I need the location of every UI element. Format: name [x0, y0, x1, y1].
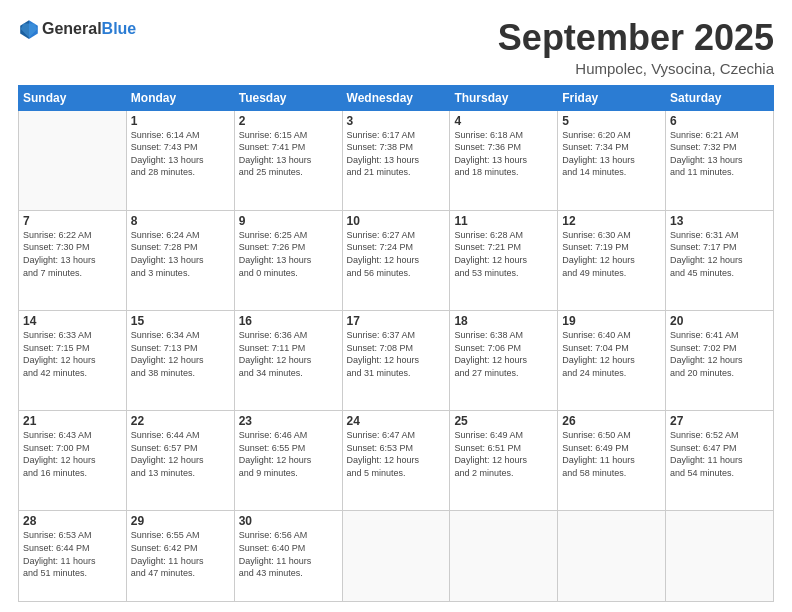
- calendar-week-row: 28Sunrise: 6:53 AM Sunset: 6:44 PM Dayli…: [19, 511, 774, 602]
- calendar-cell: 24Sunrise: 6:47 AM Sunset: 6:53 PM Dayli…: [342, 411, 450, 511]
- calendar-header-row: Sunday Monday Tuesday Wednesday Thursday…: [19, 85, 774, 110]
- day-number: 19: [562, 314, 661, 328]
- location-subtitle: Humpolec, Vysocina, Czechia: [498, 60, 774, 77]
- calendar-week-row: 1Sunrise: 6:14 AM Sunset: 7:43 PM Daylig…: [19, 110, 774, 210]
- day-number: 3: [347, 114, 446, 128]
- calendar-week-row: 14Sunrise: 6:33 AM Sunset: 7:15 PM Dayli…: [19, 310, 774, 410]
- day-number: 1: [131, 114, 230, 128]
- day-number: 14: [23, 314, 122, 328]
- day-info: Sunrise: 6:50 AM Sunset: 6:49 PM Dayligh…: [562, 429, 661, 479]
- calendar-cell: 30Sunrise: 6:56 AM Sunset: 6:40 PM Dayli…: [234, 511, 342, 602]
- title-block: September 2025 Humpolec, Vysocina, Czech…: [498, 18, 774, 77]
- day-number: 16: [239, 314, 338, 328]
- day-number: 13: [670, 214, 769, 228]
- day-info: Sunrise: 6:25 AM Sunset: 7:26 PM Dayligh…: [239, 229, 338, 279]
- day-number: 24: [347, 414, 446, 428]
- day-number: 10: [347, 214, 446, 228]
- col-thursday: Thursday: [450, 85, 558, 110]
- day-info: Sunrise: 6:34 AM Sunset: 7:13 PM Dayligh…: [131, 329, 230, 379]
- day-info: Sunrise: 6:36 AM Sunset: 7:11 PM Dayligh…: [239, 329, 338, 379]
- day-number: 27: [670, 414, 769, 428]
- day-number: 12: [562, 214, 661, 228]
- day-info: Sunrise: 6:24 AM Sunset: 7:28 PM Dayligh…: [131, 229, 230, 279]
- day-number: 2: [239, 114, 338, 128]
- calendar-cell: 29Sunrise: 6:55 AM Sunset: 6:42 PM Dayli…: [126, 511, 234, 602]
- day-info: Sunrise: 6:41 AM Sunset: 7:02 PM Dayligh…: [670, 329, 769, 379]
- day-info: Sunrise: 6:17 AM Sunset: 7:38 PM Dayligh…: [347, 129, 446, 179]
- calendar-cell: 21Sunrise: 6:43 AM Sunset: 7:00 PM Dayli…: [19, 411, 127, 511]
- day-info: Sunrise: 6:49 AM Sunset: 6:51 PM Dayligh…: [454, 429, 553, 479]
- day-info: Sunrise: 6:27 AM Sunset: 7:24 PM Dayligh…: [347, 229, 446, 279]
- calendar-cell: 20Sunrise: 6:41 AM Sunset: 7:02 PM Dayli…: [666, 310, 774, 410]
- calendar-cell: 5Sunrise: 6:20 AM Sunset: 7:34 PM Daylig…: [558, 110, 666, 210]
- calendar-cell: 2Sunrise: 6:15 AM Sunset: 7:41 PM Daylig…: [234, 110, 342, 210]
- day-number: 28: [23, 514, 122, 528]
- day-number: 8: [131, 214, 230, 228]
- calendar-cell: [19, 110, 127, 210]
- day-info: Sunrise: 6:33 AM Sunset: 7:15 PM Dayligh…: [23, 329, 122, 379]
- calendar-cell: 15Sunrise: 6:34 AM Sunset: 7:13 PM Dayli…: [126, 310, 234, 410]
- col-sunday: Sunday: [19, 85, 127, 110]
- day-info: Sunrise: 6:21 AM Sunset: 7:32 PM Dayligh…: [670, 129, 769, 179]
- day-info: Sunrise: 6:56 AM Sunset: 6:40 PM Dayligh…: [239, 529, 338, 579]
- calendar-cell: 25Sunrise: 6:49 AM Sunset: 6:51 PM Dayli…: [450, 411, 558, 511]
- calendar-cell: 14Sunrise: 6:33 AM Sunset: 7:15 PM Dayli…: [19, 310, 127, 410]
- calendar-table: Sunday Monday Tuesday Wednesday Thursday…: [18, 85, 774, 602]
- svg-marker-2: [21, 24, 38, 38]
- logo: GeneralBlue: [18, 18, 136, 40]
- day-number: 26: [562, 414, 661, 428]
- calendar-cell: 1Sunrise: 6:14 AM Sunset: 7:43 PM Daylig…: [126, 110, 234, 210]
- day-info: Sunrise: 6:44 AM Sunset: 6:57 PM Dayligh…: [131, 429, 230, 479]
- day-info: Sunrise: 6:47 AM Sunset: 6:53 PM Dayligh…: [347, 429, 446, 479]
- day-info: Sunrise: 6:28 AM Sunset: 7:21 PM Dayligh…: [454, 229, 553, 279]
- header: GeneralBlue September 2025 Humpolec, Vys…: [18, 18, 774, 77]
- calendar-cell: 7Sunrise: 6:22 AM Sunset: 7:30 PM Daylig…: [19, 210, 127, 310]
- day-info: Sunrise: 6:15 AM Sunset: 7:41 PM Dayligh…: [239, 129, 338, 179]
- day-number: 22: [131, 414, 230, 428]
- day-number: 21: [23, 414, 122, 428]
- page: GeneralBlue September 2025 Humpolec, Vys…: [0, 0, 792, 612]
- calendar-cell: 19Sunrise: 6:40 AM Sunset: 7:04 PM Dayli…: [558, 310, 666, 410]
- day-info: Sunrise: 6:46 AM Sunset: 6:55 PM Dayligh…: [239, 429, 338, 479]
- day-number: 11: [454, 214, 553, 228]
- logo-text: GeneralBlue: [42, 20, 136, 38]
- day-number: 6: [670, 114, 769, 128]
- day-info: Sunrise: 6:43 AM Sunset: 7:00 PM Dayligh…: [23, 429, 122, 479]
- day-number: 5: [562, 114, 661, 128]
- day-number: 29: [131, 514, 230, 528]
- calendar-week-row: 7Sunrise: 6:22 AM Sunset: 7:30 PM Daylig…: [19, 210, 774, 310]
- day-info: Sunrise: 6:55 AM Sunset: 6:42 PM Dayligh…: [131, 529, 230, 579]
- calendar-cell: [450, 511, 558, 602]
- day-number: 9: [239, 214, 338, 228]
- calendar-cell: 13Sunrise: 6:31 AM Sunset: 7:17 PM Dayli…: [666, 210, 774, 310]
- day-number: 25: [454, 414, 553, 428]
- day-number: 7: [23, 214, 122, 228]
- day-info: Sunrise: 6:30 AM Sunset: 7:19 PM Dayligh…: [562, 229, 661, 279]
- calendar-cell: 16Sunrise: 6:36 AM Sunset: 7:11 PM Dayli…: [234, 310, 342, 410]
- day-number: 4: [454, 114, 553, 128]
- col-monday: Monday: [126, 85, 234, 110]
- calendar-cell: 12Sunrise: 6:30 AM Sunset: 7:19 PM Dayli…: [558, 210, 666, 310]
- day-info: Sunrise: 6:52 AM Sunset: 6:47 PM Dayligh…: [670, 429, 769, 479]
- col-saturday: Saturday: [666, 85, 774, 110]
- calendar-cell: [342, 511, 450, 602]
- calendar-cell: 4Sunrise: 6:18 AM Sunset: 7:36 PM Daylig…: [450, 110, 558, 210]
- col-friday: Friday: [558, 85, 666, 110]
- calendar-cell: 17Sunrise: 6:37 AM Sunset: 7:08 PM Dayli…: [342, 310, 450, 410]
- day-info: Sunrise: 6:20 AM Sunset: 7:34 PM Dayligh…: [562, 129, 661, 179]
- calendar-cell: 23Sunrise: 6:46 AM Sunset: 6:55 PM Dayli…: [234, 411, 342, 511]
- calendar-cell: 9Sunrise: 6:25 AM Sunset: 7:26 PM Daylig…: [234, 210, 342, 310]
- calendar-cell: 6Sunrise: 6:21 AM Sunset: 7:32 PM Daylig…: [666, 110, 774, 210]
- calendar-cell: [666, 511, 774, 602]
- calendar-cell: 22Sunrise: 6:44 AM Sunset: 6:57 PM Dayli…: [126, 411, 234, 511]
- calendar-cell: 3Sunrise: 6:17 AM Sunset: 7:38 PM Daylig…: [342, 110, 450, 210]
- col-wednesday: Wednesday: [342, 85, 450, 110]
- day-number: 30: [239, 514, 338, 528]
- day-info: Sunrise: 6:38 AM Sunset: 7:06 PM Dayligh…: [454, 329, 553, 379]
- month-title: September 2025: [498, 18, 774, 58]
- day-info: Sunrise: 6:40 AM Sunset: 7:04 PM Dayligh…: [562, 329, 661, 379]
- day-number: 23: [239, 414, 338, 428]
- calendar-cell: [558, 511, 666, 602]
- day-info: Sunrise: 6:37 AM Sunset: 7:08 PM Dayligh…: [347, 329, 446, 379]
- calendar-cell: 18Sunrise: 6:38 AM Sunset: 7:06 PM Dayli…: [450, 310, 558, 410]
